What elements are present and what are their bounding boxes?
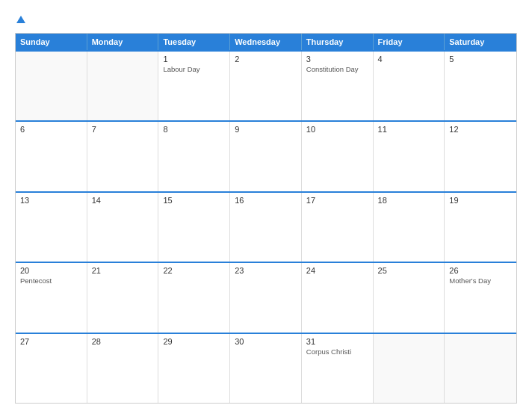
header-day-thursday: Thursday <box>302 34 374 50</box>
day-cell: 7 <box>87 122 159 191</box>
day-cell: 18 <box>374 193 445 262</box>
week-row-3: 13141516171819 <box>16 191 516 262</box>
day-cell: 11 <box>374 122 445 191</box>
day-cell: 17 <box>302 193 374 262</box>
day-cell: 5 <box>445 52 516 120</box>
day-cell: 29 <box>158 334 230 403</box>
day-number: 31 <box>306 337 368 346</box>
day-number: 4 <box>378 55 440 64</box>
day-cell: 15 <box>158 193 230 262</box>
day-number: 11 <box>378 125 440 134</box>
day-number: 19 <box>449 196 512 205</box>
day-cell: 30 <box>230 334 302 403</box>
day-cell: 20Pentecost <box>16 263 87 332</box>
day-number: 21 <box>92 266 154 275</box>
day-number: 13 <box>20 196 82 205</box>
day-number: 25 <box>378 266 440 275</box>
day-number: 28 <box>92 337 154 346</box>
day-number: 6 <box>20 125 82 134</box>
day-cell: 27 <box>16 334 87 403</box>
day-number: 10 <box>306 125 368 134</box>
day-cell: 9 <box>230 122 302 191</box>
header-day-friday: Friday <box>374 34 445 50</box>
calendar: SundayMondayTuesdayWednesdayThursdayFrid… <box>15 33 517 404</box>
day-cell: 21 <box>87 263 159 332</box>
calendar-body: 1Labour Day23Constitution Day45678910111… <box>16 50 516 403</box>
day-event: Constitution Day <box>306 65 368 74</box>
day-event: Corpus Christi <box>306 347 368 356</box>
day-number: 5 <box>449 55 512 64</box>
day-cell: 6 <box>16 122 87 191</box>
day-cell: 2 <box>230 52 302 120</box>
day-cell: 13 <box>16 193 87 262</box>
day-number: 16 <box>235 196 297 205</box>
day-number: 7 <box>92 125 154 134</box>
day-cell: 1Labour Day <box>158 52 230 120</box>
day-cell <box>445 334 516 403</box>
day-cell <box>374 334 445 403</box>
day-number: 15 <box>163 196 225 205</box>
calendar-header: SundayMondayTuesdayWednesdayThursdayFrid… <box>16 34 516 50</box>
day-number: 20 <box>20 266 82 275</box>
day-number: 24 <box>306 266 368 275</box>
day-number: 22 <box>163 266 225 275</box>
day-number: 2 <box>235 55 297 64</box>
day-number: 23 <box>235 266 297 275</box>
week-row-5: 2728293031Corpus Christi <box>16 333 516 403</box>
day-number: 26 <box>449 266 512 275</box>
logo <box>15 13 25 25</box>
header-day-saturday: Saturday <box>445 34 516 50</box>
day-cell <box>16 52 87 120</box>
day-event: Mother's Day <box>449 276 512 285</box>
week-row-4: 20Pentecost212223242526Mother's Day <box>16 262 516 332</box>
day-number: 27 <box>20 337 82 346</box>
day-cell: 16 <box>230 193 302 262</box>
day-cell: 28 <box>87 334 159 403</box>
day-cell: 22 <box>158 263 230 332</box>
day-cell: 25 <box>374 263 445 332</box>
header-day-wednesday: Wednesday <box>230 34 302 50</box>
header <box>15 13 517 25</box>
day-cell: 8 <box>158 122 230 191</box>
day-event: Labour Day <box>163 65 225 74</box>
day-number: 14 <box>92 196 154 205</box>
day-cell: 4 <box>374 52 445 120</box>
day-cell: 3Constitution Day <box>302 52 374 120</box>
day-cell: 23 <box>230 263 302 332</box>
day-number: 29 <box>163 337 225 346</box>
day-event: Pentecost <box>20 276 82 285</box>
day-number: 8 <box>163 125 225 134</box>
day-number: 17 <box>306 196 368 205</box>
day-cell: 24 <box>302 263 374 332</box>
page: SundayMondayTuesdayWednesdayThursdayFrid… <box>0 0 532 411</box>
day-number: 9 <box>235 125 297 134</box>
day-number: 30 <box>235 337 297 346</box>
day-cell <box>87 52 159 120</box>
header-day-sunday: Sunday <box>16 34 87 50</box>
header-day-tuesday: Tuesday <box>158 34 230 50</box>
week-row-1: 1Labour Day23Constitution Day45 <box>16 50 516 120</box>
day-cell: 31Corpus Christi <box>302 334 374 403</box>
day-number: 3 <box>306 55 368 64</box>
day-cell: 14 <box>87 193 159 262</box>
header-day-monday: Monday <box>87 34 159 50</box>
logo-triangle-icon <box>16 16 25 23</box>
day-number: 18 <box>378 196 440 205</box>
day-number: 12 <box>449 125 512 134</box>
day-cell: 10 <box>302 122 374 191</box>
day-cell: 12 <box>445 122 516 191</box>
week-row-2: 6789101112 <box>16 120 516 191</box>
day-cell: 19 <box>445 193 516 262</box>
logo-general <box>15 13 25 25</box>
day-cell: 26Mother's Day <box>445 263 516 332</box>
day-number: 1 <box>163 55 225 64</box>
